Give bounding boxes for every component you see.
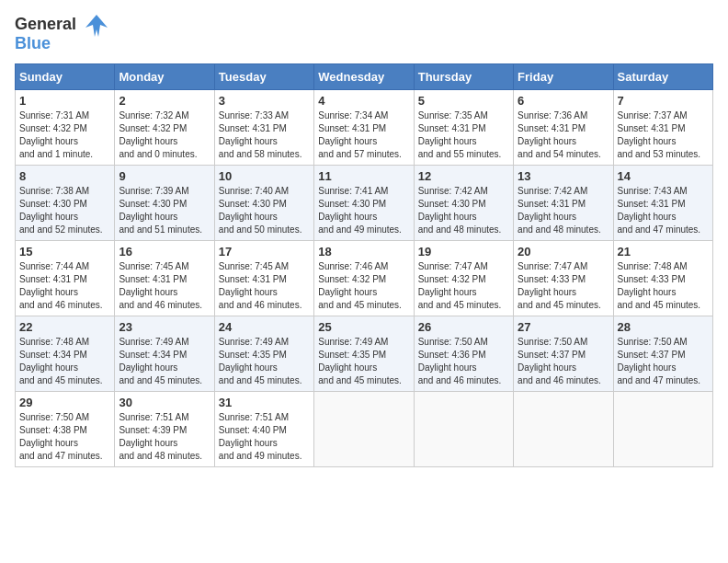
calendar-day-cell: 12 Sunrise: 7:42 AMSunset: 4:30 PMDaylig… (414, 166, 513, 241)
day-info: Sunrise: 7:50 AMSunset: 4:37 PMDaylight … (518, 336, 609, 387)
calendar-day-cell: 26 Sunrise: 7:50 AMSunset: 4:36 PMDaylig… (414, 316, 513, 392)
day-info: Sunrise: 7:51 AMSunset: 4:40 PMDaylight … (219, 411, 310, 463)
day-number: 9 (119, 169, 210, 183)
day-info: Sunrise: 7:50 AMSunset: 4:37 PMDaylight … (618, 336, 709, 387)
day-info: Sunrise: 7:40 AMSunset: 4:30 PMDaylight … (219, 185, 310, 236)
calendar-day-cell: 19 Sunrise: 7:47 AMSunset: 4:32 PMDaylig… (414, 241, 513, 316)
calendar-day-cell: 10 Sunrise: 7:40 AMSunset: 4:30 PMDaylig… (214, 166, 313, 241)
day-number: 15 (19, 245, 110, 259)
calendar-day-cell: 14 Sunrise: 7:43 AMSunset: 4:31 PMDaylig… (613, 166, 712, 241)
calendar-week-row: 8 Sunrise: 7:38 AMSunset: 4:30 PMDayligh… (16, 166, 713, 241)
calendar-day-cell (514, 392, 613, 467)
day-number: 3 (219, 94, 310, 108)
calendar-day-cell: 29 Sunrise: 7:50 AMSunset: 4:38 PMDaylig… (16, 392, 115, 467)
weekday-header: Tuesday (214, 64, 313, 90)
day-number: 31 (219, 396, 310, 409)
day-info: Sunrise: 7:37 AMSunset: 4:31 PMDaylight … (618, 109, 709, 161)
day-info: Sunrise: 7:35 AMSunset: 4:31 PMDaylight … (418, 109, 509, 161)
day-number: 11 (318, 169, 409, 183)
calendar-day-cell: 31 Sunrise: 7:51 AMSunset: 4:40 PMDaylig… (214, 392, 313, 467)
calendar-day-cell: 22 Sunrise: 7:48 AMSunset: 4:34 PMDaylig… (16, 316, 115, 392)
calendar-day-cell: 23 Sunrise: 7:49 AMSunset: 4:34 PMDaylig… (115, 316, 214, 392)
calendar-day-cell: 16 Sunrise: 7:45 AMSunset: 4:31 PMDaylig… (115, 241, 214, 316)
calendar-day-cell: 24 Sunrise: 7:49 AMSunset: 4:35 PMDaylig… (214, 316, 313, 392)
calendar-day-cell (613, 392, 712, 467)
day-number: 19 (418, 245, 509, 259)
day-number: 24 (219, 320, 310, 334)
weekday-header: Friday (514, 64, 613, 90)
day-number: 5 (418, 94, 509, 108)
calendar-day-cell: 17 Sunrise: 7:45 AMSunset: 4:31 PMDaylig… (214, 241, 313, 316)
logo: General Blue (15, 15, 113, 52)
day-number: 25 (318, 320, 409, 334)
logo-text-general: General (15, 15, 76, 33)
calendar-day-cell: 5 Sunrise: 7:35 AMSunset: 4:31 PMDayligh… (414, 90, 513, 166)
day-info: Sunrise: 7:50 AMSunset: 4:38 PMDaylight … (19, 411, 110, 463)
day-number: 6 (518, 94, 609, 108)
day-info: Sunrise: 7:49 AMSunset: 4:35 PMDaylight … (318, 336, 409, 387)
calendar-day-cell: 25 Sunrise: 7:49 AMSunset: 4:35 PMDaylig… (314, 316, 414, 392)
day-info: Sunrise: 7:47 AMSunset: 4:32 PMDaylight … (418, 260, 509, 312)
day-number: 17 (219, 245, 310, 259)
day-number: 23 (119, 320, 210, 334)
day-info: Sunrise: 7:42 AMSunset: 4:31 PMDaylight … (518, 185, 609, 236)
calendar-day-cell (414, 392, 513, 467)
calendar-day-cell: 27 Sunrise: 7:50 AMSunset: 4:37 PMDaylig… (514, 316, 613, 392)
day-number: 2 (119, 94, 210, 108)
calendar-day-cell: 7 Sunrise: 7:37 AMSunset: 4:31 PMDayligh… (613, 90, 712, 166)
weekday-header: Monday (115, 64, 214, 90)
day-info: Sunrise: 7:49 AMSunset: 4:35 PMDaylight … (219, 336, 310, 387)
day-info: Sunrise: 7:38 AMSunset: 4:30 PMDaylight … (19, 185, 110, 236)
day-number: 8 (19, 169, 110, 183)
weekday-header: Wednesday (314, 64, 414, 90)
calendar-day-cell: 13 Sunrise: 7:42 AMSunset: 4:31 PMDaylig… (514, 166, 613, 241)
day-info: Sunrise: 7:41 AMSunset: 4:30 PMDaylight … (318, 185, 409, 236)
calendar-week-row: 29 Sunrise: 7:50 AMSunset: 4:38 PMDaylig… (16, 392, 713, 467)
calendar-day-cell: 4 Sunrise: 7:34 AMSunset: 4:31 PMDayligh… (314, 90, 414, 166)
day-number: 22 (19, 320, 110, 334)
calendar-day-cell: 11 Sunrise: 7:41 AMSunset: 4:30 PMDaylig… (314, 166, 414, 241)
calendar-day-cell (314, 392, 414, 467)
day-number: 10 (219, 169, 310, 183)
day-info: Sunrise: 7:33 AMSunset: 4:31 PMDaylight … (219, 109, 310, 161)
logo-text-blue: Blue (15, 34, 76, 53)
day-number: 13 (518, 169, 609, 183)
calendar-week-row: 1 Sunrise: 7:31 AMSunset: 4:32 PMDayligh… (16, 90, 713, 166)
day-info: Sunrise: 7:45 AMSunset: 4:31 PMDaylight … (219, 260, 310, 312)
day-info: Sunrise: 7:31 AMSunset: 4:32 PMDaylight … (19, 109, 110, 161)
weekday-header: Sunday (16, 64, 115, 90)
day-number: 12 (418, 169, 509, 183)
day-info: Sunrise: 7:47 AMSunset: 4:33 PMDaylight … (518, 260, 609, 312)
day-info: Sunrise: 7:42 AMSunset: 4:30 PMDaylight … (418, 185, 509, 236)
calendar-day-cell: 30 Sunrise: 7:51 AMSunset: 4:39 PMDaylig… (115, 392, 214, 467)
day-number: 20 (518, 245, 609, 259)
day-info: Sunrise: 7:45 AMSunset: 4:31 PMDaylight … (119, 260, 210, 312)
day-info: Sunrise: 7:49 AMSunset: 4:34 PMDaylight … (119, 336, 210, 387)
day-number: 28 (618, 320, 709, 334)
calendar-table: SundayMondayTuesdayWednesdayThursdayFrid… (15, 63, 713, 467)
svg-marker-0 (85, 15, 108, 37)
calendar-day-cell: 1 Sunrise: 7:31 AMSunset: 4:32 PMDayligh… (16, 90, 115, 166)
day-number: 21 (618, 245, 709, 259)
day-info: Sunrise: 7:48 AMSunset: 4:34 PMDaylight … (19, 336, 110, 387)
day-info: Sunrise: 7:43 AMSunset: 4:31 PMDaylight … (618, 185, 709, 236)
calendar-day-cell: 18 Sunrise: 7:46 AMSunset: 4:32 PMDaylig… (314, 241, 414, 316)
day-info: Sunrise: 7:39 AMSunset: 4:30 PMDaylight … (119, 185, 210, 236)
page-header: General Blue (15, 15, 713, 52)
weekday-header: Saturday (613, 64, 712, 90)
day-number: 27 (518, 320, 609, 334)
day-info: Sunrise: 7:34 AMSunset: 4:31 PMDaylight … (318, 109, 409, 161)
calendar-day-cell: 9 Sunrise: 7:39 AMSunset: 4:30 PMDayligh… (115, 166, 214, 241)
day-info: Sunrise: 7:50 AMSunset: 4:36 PMDaylight … (418, 336, 509, 387)
calendar-day-cell: 6 Sunrise: 7:36 AMSunset: 4:31 PMDayligh… (514, 90, 613, 166)
calendar-day-cell: 2 Sunrise: 7:32 AMSunset: 4:32 PMDayligh… (115, 90, 214, 166)
day-number: 4 (318, 94, 409, 108)
day-number: 18 (318, 245, 409, 259)
day-number: 14 (618, 169, 709, 183)
calendar-day-cell: 15 Sunrise: 7:44 AMSunset: 4:31 PMDaylig… (16, 241, 115, 316)
day-number: 1 (19, 94, 110, 108)
day-number: 30 (119, 396, 210, 409)
day-info: Sunrise: 7:46 AMSunset: 4:32 PMDaylight … (318, 260, 409, 312)
day-info: Sunrise: 7:48 AMSunset: 4:33 PMDaylight … (618, 260, 709, 312)
calendar-week-row: 15 Sunrise: 7:44 AMSunset: 4:31 PMDaylig… (16, 241, 713, 316)
